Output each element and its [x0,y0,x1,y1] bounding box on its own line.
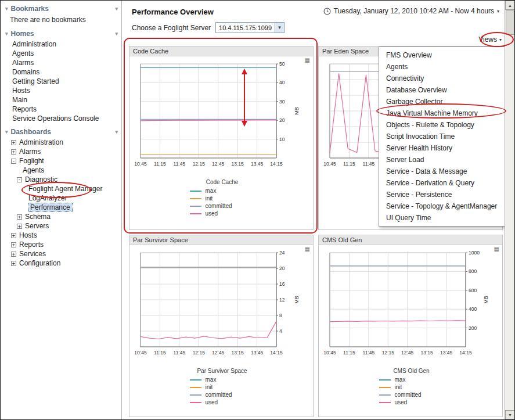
scroll-up-icon[interactable]: ▲ [505,1,515,10]
svg-text:1000: 1000 [469,250,480,256]
section-header-homes[interactable]: ▾ Homes ▾ [4,28,121,39]
section-header-bookmarks[interactable]: ▾ Bookmarks ▾ [4,3,121,14]
chart-panel-header[interactable]: Code Cache [129,46,313,56]
tree-item-foglight[interactable]: -Foglight [4,156,121,166]
menu-item-server-load[interactable]: Server Load [379,154,505,166]
tree-item-agents[interactable]: Agents [4,166,121,175]
menu-item-garbage-collector[interactable]: Garbage Collector [379,96,505,107]
svg-text:12: 12 [279,297,285,303]
menu-item-agents[interactable]: Agents [379,61,505,73]
legend-item: init [190,383,255,391]
sidebar-item-main[interactable]: Main [4,95,121,105]
time-range-control[interactable]: Tuesday, January 12, 2010 10:42 AM - Now… [323,7,499,15]
chart-panel-title: Code Cache [133,48,168,55]
svg-text:800: 800 [469,268,477,274]
tree-item-foglight-agent-manager[interactable]: Foglight Agent Manager [4,184,121,193]
menu-item-connectivity[interactable]: Connectivity [379,73,505,84]
tree-item-servers[interactable]: +Servers [4,221,121,231]
tree-expander-icon[interactable]: + [17,214,22,220]
collapse-icon[interactable]: ▾ [115,31,118,37]
svg-text:14:15: 14:15 [270,161,283,167]
tree-item-diagnostic[interactable]: -Diagnostic [4,175,121,184]
chart-settings-icon[interactable]: ▦ [494,246,499,252]
tree-expander-icon[interactable]: - [17,177,22,182]
svg-text:50: 50 [279,61,285,67]
sidebar-item-reports[interactable]: Reports [4,105,121,114]
menu-item-objects-rulette-topology[interactable]: Objects - Rulette & Topology [379,119,505,131]
legend-label: committed [206,392,232,398]
menu-item-service-data-message[interactable]: Service - Data & Message [379,166,505,177]
tree-expander-icon[interactable]: + [11,149,16,155]
menu-item-database-overview[interactable]: Database Overview [379,84,505,96]
bookmarks-empty-text: There are no bookmarks [4,15,121,25]
menu-item-script-invocation-time[interactable]: Script Invocation Time [379,131,505,142]
svg-text:12:45: 12:45 [212,161,225,167]
tree-item-schema[interactable]: +Schema [4,212,121,221]
tree-item-alarms[interactable]: +Alarms [4,147,121,156]
svg-text:10: 10 [279,137,285,142]
tree-expander-icon[interactable]: + [11,252,16,257]
tree-expander-icon[interactable]: + [11,242,16,247]
scroll-down-icon[interactable]: ▼ [505,410,515,419]
svg-text:11:15: 11:15 [343,350,355,356]
legend-item: init [190,195,255,202]
tree-item-hosts[interactable]: +Hosts [4,231,121,240]
tree-expander-icon[interactable]: + [17,224,22,229]
chart-panel-header[interactable]: CMS Old Gen [319,235,502,245]
tree-item-services[interactable]: +Services [4,249,121,259]
section-header-dashboards[interactable]: ▾ Dashboards ▾ [4,126,121,137]
menu-item-service-derivation-query[interactable]: Service - Derivation & Query [379,177,505,189]
legend-label: max [206,376,217,383]
section-title-dashboards: Dashboards [11,128,51,136]
menu-item-service-topology-agentmanager[interactable]: Service - Topology & AgentManager [379,200,505,212]
menu-item-fms-overview[interactable]: FMS Overview [379,49,505,61]
section-title-bookmarks: Bookmarks [11,5,49,13]
tree-item-administration[interactable]: +Administration [4,138,121,147]
sidebar-item-hosts[interactable]: Hosts [4,86,121,95]
chart-body-cms-old-gen: ▦ 10:4511:1511:4512:1512:4513:1513:4514:… [319,245,502,406]
chart-panel-title: Par Survivor Space [133,236,188,243]
tree-item-loganalyzer[interactable]: LogAnalyzer [4,193,121,203]
vertical-scrollbar[interactable]: ▲ ▼ [505,1,514,419]
tree-item-label: Hosts [19,231,37,239]
sidebar-item-domains[interactable]: Domains [4,67,121,77]
section-bullet-icon: ▾ [5,6,8,12]
sidebar-item-getting-started[interactable]: Getting Started [4,77,121,86]
collapse-icon[interactable]: ▾ [115,6,118,12]
server-select[interactable]: 10.4.115.175:1099 ▼ [215,22,284,33]
menu-item-server-health-history[interactable]: Server Health History [379,142,505,154]
tree-item-label: LogAnalyzer [28,194,67,202]
svg-text:200: 200 [469,325,477,331]
tree-expander-icon[interactable]: + [11,140,16,145]
chart-legend: maxinitcommittedused [379,376,444,406]
tree-item-reports[interactable]: +Reports [4,240,121,249]
time-range-text: Tuesday, January 12, 2010 10:42 AM - Now… [334,7,494,15]
chart-settings-icon[interactable]: ▦ [305,246,310,252]
menu-item-service-persistence[interactable]: Service - Persistence [379,189,505,200]
chart-plot: 10:4511:1511:4512:1512:4513:1513:4514:15… [131,247,311,365]
legend-item: max [190,376,255,383]
chevron-down-icon: ▾ [497,9,499,14]
tree-item-performance[interactable]: Performance [4,203,121,212]
tree-expander-icon[interactable]: + [11,261,16,266]
svg-text:8: 8 [279,313,282,318]
chart-panel-header[interactable]: Par Survivor Space [129,235,313,245]
views-button[interactable]: Views ▾ [478,35,502,44]
sidebar-item-administration[interactable]: Administration [4,40,121,49]
scrollbar-thumb[interactable] [506,10,514,35]
svg-text:10:45: 10:45 [323,350,336,356]
menu-item-java-virtual-machine-memory[interactable]: Java Virtual Machine Memory [379,107,505,119]
tree-expander-icon[interactable]: - [11,159,16,164]
tree-expander-icon[interactable]: + [11,233,16,238]
chart-settings-icon[interactable]: ▦ [305,57,310,63]
sidebar-item-service-operations-console[interactable]: Service Operations Console [4,114,121,123]
svg-text:12:15: 12:15 [193,161,206,167]
sidebar-item-alarms[interactable]: Alarms [4,58,121,67]
tree-item-configuration[interactable]: +Configuration [4,259,121,268]
sidebar-item-agents[interactable]: Agents [4,49,121,58]
dropdown-arrow-icon[interactable]: ▼ [275,23,284,33]
legend-label: committed [395,392,422,398]
menu-item-ui-query-time[interactable]: UI Query Time [379,212,505,224]
tree-item-label: Services [19,250,46,258]
collapse-icon[interactable]: ▾ [115,129,118,135]
